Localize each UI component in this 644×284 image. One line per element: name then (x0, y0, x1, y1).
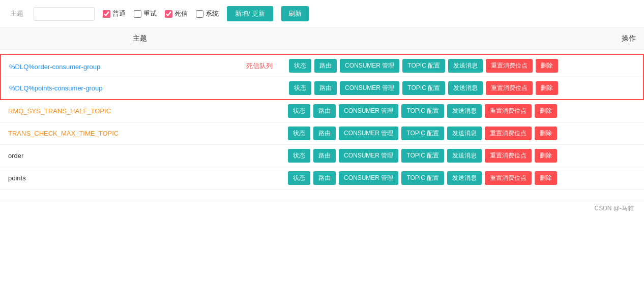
cb-dead-label[interactable]: 死信 (165, 9, 188, 18)
toolbar: 主题 普通 重试 死信 系统 新增/ 更新 刷新 (0, 0, 644, 28)
route-btn-trans[interactable]: 路由 (313, 127, 336, 140)
dlq-topic-col-1: %DLQ%order-consumer-group 死信队列 (1, 55, 281, 77)
topic-config-btn-dlq1[interactable]: TOPIC 配置 (402, 59, 445, 73)
delete-btn-rmq[interactable]: 删除 (535, 104, 557, 118)
order-topic-link[interactable]: order (8, 152, 23, 160)
add-update-button[interactable]: 新增/ 更新 (227, 6, 273, 21)
order-actions-col: 状态 路由 CONSUMER 管理 TOPIC 配置 发送消息 重置消费位点 删… (280, 145, 644, 167)
dlq-actions-col-1: 状态 路由 CONSUMER 管理 TOPIC 配置 发送消息 重置消费位点 删… (281, 55, 643, 77)
rmq-topic-col: RMQ_SYS_TRANS_HALF_TOPIC (0, 100, 280, 122)
consumer-btn-points[interactable]: CONSUMER 管理 (339, 171, 398, 185)
filter-label: 主题 (10, 9, 23, 18)
route-btn-order[interactable]: 路由 (313, 149, 336, 163)
reset-offset-btn-dlq1[interactable]: 重置消费位点 (486, 59, 533, 73)
topic-config-btn-order[interactable]: TOPIC 配置 (401, 149, 444, 163)
row-order: order 状态 路由 CONSUMER 管理 TOPIC 配置 发送消息 重置… (0, 145, 644, 167)
delete-btn-dlq1[interactable]: 删除 (536, 59, 558, 73)
route-btn-dlq1[interactable]: 路由 (314, 59, 337, 73)
topic-config-btn-rmq[interactable]: TOPIC 配置 (401, 104, 444, 118)
rmq-actions-col: 状态 路由 CONSUMER 管理 TOPIC 配置 发送消息 重置消费位点 删… (280, 100, 644, 122)
dlq-topic-col-2: %DLQ%points-consumer-group (1, 78, 281, 98)
send-msg-btn-dlq2[interactable]: 发送消息 (448, 81, 483, 95)
route-btn-points[interactable]: 路由 (313, 171, 336, 185)
reset-offset-btn-order[interactable]: 重置消费位点 (485, 149, 532, 163)
order-topic-col: order (0, 145, 280, 167)
row-points: points 状态 路由 CONSUMER 管理 TOPIC 配置 发送消息 重… (0, 167, 644, 190)
row-rmq: RMQ_SYS_TRANS_HALF_TOPIC 状态 路由 CONSUMER … (0, 100, 644, 122)
dlq-actions-col-2: 状态 路由 CONSUMER 管理 TOPIC 配置 发送消息 重置消费位点 删… (281, 77, 643, 99)
table-header: 主题 操作 (0, 28, 644, 50)
route-btn-rmq[interactable]: 路由 (313, 104, 336, 118)
refresh-button[interactable]: 刷新 (281, 6, 309, 21)
topic-config-btn-dlq2[interactable]: TOPIC 配置 (402, 81, 445, 95)
send-msg-btn-dlq1[interactable]: 发送消息 (448, 59, 483, 73)
cb-normal-label[interactable]: 普通 (103, 9, 126, 18)
filter-input[interactable] (34, 7, 95, 21)
send-msg-btn-order[interactable]: 发送消息 (447, 149, 482, 163)
status-btn-dlq2[interactable]: 状态 (289, 81, 311, 95)
trans-topic-link[interactable]: TRANS_CHECK_MAX_TIME_TOPIC (8, 130, 119, 137)
consumer-btn-order[interactable]: CONSUMER 管理 (339, 149, 398, 163)
points-topic-col: points (0, 167, 280, 189)
table-container: 主题 操作 %DLQ%order-consumer-group 死信队列 状态 … (0, 28, 644, 200)
row-trans: TRANS_CHECK_MAX_TIME_TOPIC 状态 路由 CONSUME… (0, 122, 644, 145)
cb-normal[interactable] (103, 10, 110, 18)
dlq-label-1: 死信队列 (246, 61, 273, 71)
topic-config-btn-trans[interactable]: TOPIC 配置 (401, 127, 444, 140)
trans-actions-col: 状态 路由 CONSUMER 管理 TOPIC 配置 发送消息 重置消费位点 删… (280, 122, 644, 144)
status-btn-rmq[interactable]: 状态 (288, 104, 310, 118)
cb-dead[interactable] (165, 10, 172, 18)
col-actions-header: 操作 (280, 28, 644, 49)
dlq-row-1: %DLQ%order-consumer-group 死信队列 状态 路由 CON… (1, 55, 643, 77)
reset-offset-btn-dlq2[interactable]: 重置消费位点 (486, 81, 533, 95)
cb-retry-label[interactable]: 重试 (134, 9, 157, 18)
send-msg-btn-points[interactable]: 发送消息 (447, 171, 482, 185)
footer-text: CSDN @-马骓 (594, 205, 634, 212)
cb-system-label[interactable]: 系统 (196, 9, 219, 18)
topic-config-btn-points[interactable]: TOPIC 配置 (401, 171, 444, 185)
send-msg-btn-rmq[interactable]: 发送消息 (447, 104, 482, 118)
cb-system[interactable] (196, 10, 203, 18)
cb-retry-text: 重试 (143, 9, 157, 18)
cb-normal-text: 普通 (112, 9, 126, 18)
dlq-group: %DLQ%order-consumer-group 死信队列 状态 路由 CON… (0, 54, 644, 100)
consumer-btn-rmq[interactable]: CONSUMER 管理 (339, 104, 398, 118)
reset-offset-btn-trans[interactable]: 重置消费位点 (485, 127, 532, 140)
send-msg-btn-trans[interactable]: 发送消息 (447, 127, 482, 140)
dlq-row-2: %DLQ%points-consumer-group 状态 路由 CONSUME… (1, 77, 643, 99)
status-btn-points[interactable]: 状态 (288, 171, 310, 185)
delete-btn-trans[interactable]: 删除 (535, 127, 557, 140)
rmq-topic-link[interactable]: RMQ_SYS_TRANS_HALF_TOPIC (8, 107, 111, 115)
footer: CSDN @-马骓 (0, 200, 644, 217)
consumer-btn-dlq1[interactable]: CONSUMER 管理 (340, 59, 399, 73)
dlq-topic-link-2[interactable]: %DLQ%points-consumer-group (9, 84, 103, 92)
points-topic-link[interactable]: points (8, 174, 26, 182)
consumer-btn-dlq2[interactable]: CONSUMER 管理 (340, 81, 399, 95)
points-actions-col: 状态 路由 CONSUMER 管理 TOPIC 配置 发送消息 重置消费位点 删… (280, 167, 644, 189)
dlq-topic-link-1[interactable]: %DLQ%order-consumer-group (9, 63, 100, 71)
cb-retry[interactable] (134, 10, 141, 18)
col-topic-header: 主题 (0, 28, 280, 49)
reset-offset-btn-rmq[interactable]: 重置消费位点 (485, 104, 532, 118)
status-btn-trans[interactable]: 状态 (288, 127, 310, 140)
status-btn-order[interactable]: 状态 (288, 149, 310, 163)
status-btn-dlq1[interactable]: 状态 (289, 59, 311, 73)
cb-system-text: 系统 (206, 9, 219, 18)
trans-topic-col: TRANS_CHECK_MAX_TIME_TOPIC (0, 122, 280, 144)
delete-btn-points[interactable]: 删除 (535, 171, 557, 185)
route-btn-dlq2[interactable]: 路由 (314, 81, 337, 95)
cb-dead-text: 死信 (174, 9, 188, 18)
delete-btn-order[interactable]: 删除 (535, 149, 557, 163)
delete-btn-dlq2[interactable]: 删除 (536, 81, 558, 95)
reset-offset-btn-points[interactable]: 重置消费位点 (485, 171, 532, 185)
consumer-btn-trans[interactable]: CONSUMER 管理 (339, 127, 398, 140)
